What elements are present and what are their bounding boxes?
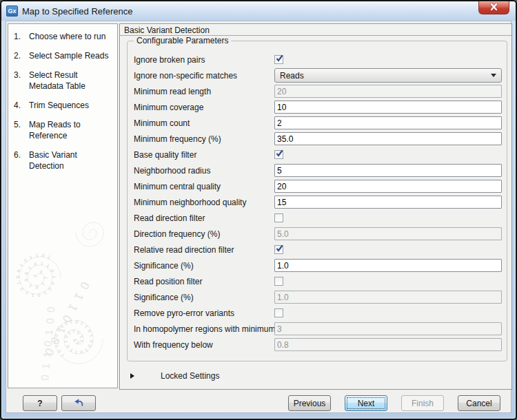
- reset-button[interactable]: [61, 395, 96, 411]
- step-label: Select Result Metadata Table: [29, 70, 113, 92]
- param-row-significance: Significance (%): [128, 289, 507, 305]
- input-direction-frequency: [274, 227, 502, 240]
- input-in-homopolymer-regions-with-minimum-length: [274, 322, 502, 335]
- param-label: Significance (%): [134, 261, 274, 271]
- triangle-right-icon: [130, 373, 134, 379]
- param-row-minimum-neighborhood-quality: Minimum neighborhood quality: [128, 194, 507, 210]
- step-number: 5.: [14, 119, 29, 141]
- param-label: Relative read direction filter: [134, 245, 274, 255]
- param-label: Minimum count: [134, 118, 274, 128]
- parameter-rows: Ignore broken pairsIgnore non-specific m…: [128, 41, 507, 353]
- wizard-sidebar: 1.Choose where to run2.Select Sample Rea…: [8, 23, 118, 388]
- binary-watermark: 1 0 1 1 0 1 0 0 1 0 1 1 0 1 0 0 1 0 1 1 …: [8, 195, 117, 388]
- step-number: 3.: [14, 70, 29, 92]
- param-label: Minimum central quality: [134, 182, 274, 191]
- locked-settings-toggle[interactable]: Locked Settings: [130, 371, 219, 381]
- close-button[interactable]: [478, 1, 509, 14]
- param-row-ignore-non-specific-matches: Ignore non-specific matchesReads: [128, 67, 507, 83]
- param-label: Neighborhood radius: [134, 166, 274, 176]
- param-row-in-homopolymer-regions-with-minimum-length: In homopolymer regions with minimum leng…: [128, 321, 507, 337]
- param-row-minimum-coverage: Minimum coverage: [128, 99, 507, 115]
- step-panel-title: Basic Variant Detection: [120, 24, 511, 36]
- param-label: In homopolymer regions with minimum leng…: [134, 324, 274, 334]
- dropdown-ignore-non-specific-matches[interactable]: Reads: [274, 68, 502, 83]
- svg-text:1 0 1 1 0 1 0 0 1 0 1 1 0 1 0: 1 0 1 1 0 1 0 0 1 0 1 1 0 1 0 0 1 0 1 1 …: [54, 319, 94, 359]
- step-label: Choose where to run: [29, 31, 113, 42]
- param-label: Read direction filter: [134, 213, 274, 223]
- param-label: Ignore broken pairs: [134, 55, 274, 65]
- svg-text:0 1 1 0 1 0 0: 0 1 1 0 1 0 0: [39, 305, 57, 381]
- param-label: Significance (%): [134, 293, 274, 302]
- previous-button[interactable]: Previous: [288, 395, 331, 411]
- param-label: Minimum neighborhood quality: [134, 198, 274, 207]
- footer-left-buttons: ?: [23, 395, 96, 411]
- param-row-read-position-filter: Read position filter: [128, 273, 507, 289]
- step-label: Map Reads to Reference: [29, 119, 113, 141]
- param-label: Remove pyro-error variants: [134, 308, 274, 318]
- group-title: Configurable Parameters: [134, 36, 231, 45]
- input-significance[interactable]: [274, 259, 502, 272]
- finish-button: Finish: [401, 395, 444, 411]
- dropdown-value: Reads: [280, 71, 304, 81]
- param-label: Minimum read length: [134, 87, 274, 96]
- checkbox-read-position-filter[interactable]: [274, 277, 283, 286]
- param-label: Minimum coverage: [134, 103, 274, 112]
- checkbox-read-direction-filter[interactable]: [274, 213, 283, 222]
- param-row-neighborhood-radius: Neighborhood radius: [128, 162, 507, 178]
- checkbox-remove-pyro-error-variants[interactable]: [274, 308, 283, 317]
- cancel-button[interactable]: Cancel: [458, 395, 500, 411]
- step-label: Select Sample Reads: [29, 50, 113, 61]
- step-number: 4.: [14, 100, 29, 111]
- param-row-significance: Significance (%): [128, 258, 507, 273]
- input-neighborhood-radius[interactable]: [274, 164, 502, 177]
- input-minimum-frequency[interactable]: [274, 132, 502, 145]
- title-bar: Gx Map to Specified Reference: [1, 1, 516, 21]
- wizard-step-map-reads-to-reference: 5.Map Reads to Reference: [14, 119, 113, 141]
- next-button[interactable]: Next: [345, 395, 387, 411]
- param-label: Ignore non-specific matches: [134, 71, 274, 81]
- step-number: 6.: [14, 149, 29, 171]
- param-row-ignore-broken-pairs: Ignore broken pairs: [128, 52, 507, 67]
- param-row-direction-frequency: Direction frequency (%): [128, 226, 507, 242]
- window-title: Map to Specified Reference: [22, 6, 132, 17]
- dialog-body: 1.Choose where to run2.Select Sample Rea…: [6, 21, 511, 413]
- input-minimum-count[interactable]: [274, 116, 502, 129]
- checkbox-base-quality-filter[interactable]: [274, 150, 283, 159]
- checkbox-relative-read-direction-filter[interactable]: [274, 245, 283, 254]
- wizard-dialog: Gx Map to Specified Reference 1.Choose w…: [0, 0, 517, 420]
- chevron-down-icon: [491, 74, 496, 77]
- step-label: Basic Variant Detection: [29, 149, 113, 171]
- wizard-steps: 1.Choose where to run2.Select Sample Rea…: [8, 24, 117, 171]
- param-row-remove-pyro-error-variants: Remove pyro-error variants: [128, 305, 507, 321]
- wizard-step-basic-variant-detection: 6.Basic Variant Detection: [14, 149, 113, 171]
- wizard-step-choose-where-to-run: 1.Choose where to run: [14, 31, 113, 42]
- checkbox-ignore-broken-pairs[interactable]: [274, 55, 283, 64]
- param-row-relative-read-direction-filter: Relative read direction filter: [128, 242, 507, 258]
- step-number: 1.: [14, 31, 29, 42]
- close-icon: [489, 1, 499, 14]
- input-significance: [274, 291, 502, 304]
- param-label: Base quality filter: [134, 150, 274, 160]
- nav-buttons: PreviousNextFinishCancel: [288, 395, 500, 411]
- param-row-minimum-central-quality: Minimum central quality: [128, 178, 507, 194]
- wizard-step-trim-sequences: 4.Trim Sequences: [14, 100, 113, 111]
- param-row-read-direction-filter: Read direction filter: [128, 210, 507, 226]
- input-minimum-central-quality[interactable]: [274, 180, 502, 193]
- param-label: Direction frequency (%): [134, 229, 274, 239]
- param-row-with-frequency-below: With frequency below: [128, 337, 507, 353]
- param-label: Read position filter: [134, 277, 274, 286]
- svg-text:0 1 1 0 1 0 0: 0 1 1 0 1 0 0: [41, 280, 92, 359]
- param-row-minimum-read-length: Minimum read length: [128, 83, 507, 99]
- input-with-frequency-below: [274, 338, 502, 351]
- input-minimum-coverage[interactable]: [274, 101, 502, 114]
- help-button[interactable]: ?: [23, 395, 57, 411]
- app-icon: Gx: [6, 6, 18, 17]
- param-row-minimum-frequency: Minimum frequency (%): [128, 131, 507, 147]
- svg-text:1 0 1 1 0 1 0 0 1 0 1 1 0 1 0: 1 0 1 1 0 1 0 0 1 0 1 1 0 1 0 0 1 0 1 1 …: [15, 253, 57, 298]
- configurable-parameters-group: Configurable Parameters Ignore broken pa…: [127, 41, 507, 361]
- wizard-step-select-result-metadata-table: 3.Select Result Metadata Table: [14, 70, 113, 92]
- locked-settings-label: Locked Settings: [161, 371, 219, 381]
- step-label: Trim Sequences: [29, 100, 113, 111]
- input-minimum-neighborhood-quality[interactable]: [274, 196, 502, 209]
- param-row-minimum-count: Minimum count: [128, 115, 507, 131]
